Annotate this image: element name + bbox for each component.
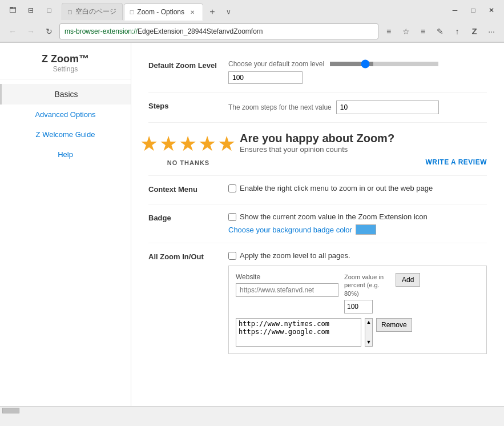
sidebar-item-basics[interactable]: Basics	[0, 84, 131, 105]
sidebar-logo: Z Zoom™ Settings	[0, 43, 131, 79]
badge-checkbox-label: Show the current zoom value in the Zoom …	[240, 212, 428, 221]
toolbar-icons: ≡ ☆ ≡ ✎ ↑ Z ···	[381, 23, 499, 39]
badge-row: Badge Show the current zoom value in the…	[148, 204, 487, 243]
tab-dropdown-button[interactable]: ∨	[220, 4, 236, 20]
website-list: http://www.nytimes.com https://www.googl…	[236, 318, 479, 347]
website-list-textarea[interactable]: http://www.nytimes.com https://www.googl…	[236, 318, 361, 347]
content-inner: Default Zoom Level Choose your default z…	[131, 43, 504, 371]
back-list-button[interactable]: ⊟	[23, 4, 39, 17]
steps-hint: The zoom steps for the next value	[228, 103, 332, 111]
new-tab-button[interactable]: +	[204, 4, 220, 20]
badge-checkbox-row: Show the current zoom value in the Zoom …	[228, 212, 487, 221]
steps-control: The zoom steps for the next value	[228, 101, 487, 114]
blank-page-tab-label: 空白のページ	[75, 7, 116, 17]
address-bar: ← → ↻ ms-browser-extension://EdgeExtensi…	[0, 21, 504, 42]
url-text: EdgeExtension_28944StefanvdZoomforn	[138, 27, 263, 35]
url-scheme: ms-browser-extension://	[64, 27, 138, 35]
steps-row-inner: The zoom steps for the next value	[228, 101, 487, 114]
main-area: Z Zoom™ Settings Basics Advanced Options…	[0, 43, 504, 406]
scroll-up-arrow[interactable]: ▲	[366, 320, 372, 325]
context-menu-label: Context Menu	[148, 184, 228, 196]
scroll-down-arrow[interactable]: ▼	[366, 340, 372, 345]
context-menu-checkbox-row: Enable the right click menu to zoom in o…	[228, 184, 487, 192]
badge-color-row: Choose your background badge color	[228, 224, 487, 235]
maximize-button[interactable]: □	[465, 4, 481, 17]
zoom-slider[interactable]	[330, 62, 438, 66]
hub-button[interactable]: ≡	[415, 23, 431, 39]
all-zoom-row: All Zoom In/Out Apply the zoom level to …	[148, 243, 487, 362]
context-menu-checkbox-label: Enable the right click menu to zoom in o…	[240, 184, 433, 192]
zoom-tab-label: Zoom - Options	[137, 8, 184, 16]
share-button[interactable]: ↑	[449, 23, 465, 39]
tab-zoom-options[interactable]: □ Zoom - Options ✕	[124, 3, 203, 21]
h-scroll-thumb[interactable]	[2, 408, 19, 413]
zoom-percent-column: Zoom value in percent (e.g. 80%)	[344, 273, 390, 314]
review-title: Are you happy about Zoom?	[240, 132, 487, 145]
add-website-button[interactable]: Add	[396, 273, 420, 287]
logo-text: Z Zoom™	[42, 53, 89, 65]
add-button-container: Add	[396, 273, 420, 287]
review-section: ★★★★★ NO THANKS Are you happy about Zoom…	[148, 123, 487, 176]
context-menu-checkbox[interactable]	[228, 184, 236, 192]
website-table: Website Zoom value in percent (e.g. 80%)…	[228, 266, 487, 354]
zoom-slider-row: Choose your default zoom level	[228, 60, 487, 68]
minimize-button[interactable]: ─	[447, 4, 463, 17]
website-column: Website	[236, 273, 338, 297]
apply-all-label: Apply the zoom level to all pages.	[240, 251, 350, 260]
reader-view-button[interactable]: ≡	[381, 23, 397, 39]
window-controls-right[interactable]: ─ □ ✕	[447, 4, 499, 17]
back-button[interactable]: ←	[5, 23, 21, 39]
steps-row: Steps The zoom steps for the next value	[148, 93, 487, 123]
badge-checkbox[interactable]	[228, 213, 236, 221]
default-zoom-row: Default Zoom Level Choose your default z…	[148, 52, 487, 93]
review-right: Are you happy about Zoom? Ensures that y…	[240, 132, 487, 166]
steps-label: Steps	[148, 101, 228, 114]
close-button[interactable]: ✕	[483, 4, 499, 17]
website-col-label: Website	[236, 273, 338, 281]
sidebar-nav: Basics Advanced Options Z Welcome Guide …	[0, 79, 131, 164]
content-area: Default Zoom Level Choose your default z…	[131, 43, 504, 406]
website-table-header: Website Zoom value in percent (e.g. 80%)…	[236, 273, 479, 314]
default-zoom-label: Default Zoom Level	[148, 60, 228, 84]
more-button[interactable]: ···	[483, 23, 499, 39]
write-review-button[interactable]: WRITE A REVIEW	[240, 158, 487, 166]
tab-bar: □ 空白のページ □ Zoom - Options ✕ + ∨	[57, 1, 447, 20]
favorites-button[interactable]: ☆	[398, 23, 414, 39]
badge-color-label: Choose your background badge color	[228, 226, 352, 234]
apply-all-checkbox-row: Apply the zoom level to all pages.	[228, 251, 487, 260]
steps-input[interactable]	[336, 101, 439, 114]
apply-all-checkbox[interactable]	[228, 252, 236, 260]
logo-sub: Settings	[53, 65, 78, 73]
tab-icon[interactable]: □	[41, 4, 57, 17]
remove-website-button[interactable]: Remove	[376, 318, 412, 332]
badge-color-picker[interactable]	[356, 224, 376, 235]
list-scrollbar[interactable]: ▲ ▼	[365, 318, 373, 347]
zoom-hint: Choose your default zoom level	[228, 60, 324, 68]
no-thanks-button[interactable]: NO THANKS	[167, 159, 209, 166]
sidebar-item-welcome[interactable]: Z Welcome Guide	[0, 124, 131, 144]
zoom-extension-button[interactable]: Z	[466, 23, 482, 39]
zoom-value-input[interactable]	[228, 71, 303, 84]
badge-label: Badge	[148, 212, 228, 235]
bottom-scrollbar[interactable]	[0, 406, 504, 414]
stars-side: ★★★★★ NO THANKS	[148, 132, 240, 166]
all-zoom-label: All Zoom In/Out	[148, 251, 228, 354]
title-bar: 🗔 ⊟ □ □ 空白のページ □ Zoom - Options ✕ + ∨ ─ …	[0, 0, 504, 21]
pin-button[interactable]: 🗔	[5, 4, 21, 17]
forward-button[interactable]: →	[23, 23, 39, 39]
tab-blank-page[interactable]: □ 空白のページ	[62, 3, 123, 20]
window-controls-left[interactable]: 🗔 ⊟ □	[5, 4, 57, 17]
website-input[interactable]	[236, 283, 338, 297]
zoom-percent-input[interactable]	[344, 300, 373, 314]
tab-close-button[interactable]: ✕	[188, 7, 197, 17]
badge-control: Show the current zoom value in the Zoom …	[228, 212, 487, 235]
note-button[interactable]: ✎	[432, 23, 448, 39]
sidebar-item-advanced[interactable]: Advanced Options	[0, 105, 131, 124]
review-subtitle: Ensures that your opinion counts	[240, 145, 487, 154]
context-menu-control: Enable the right click menu to zoom in o…	[228, 184, 487, 196]
context-menu-row: Context Menu Enable the right click menu…	[148, 176, 487, 204]
refresh-button[interactable]: ↻	[41, 23, 57, 39]
sidebar-item-help[interactable]: Help	[0, 144, 131, 164]
default-zoom-control: Choose your default zoom level	[228, 60, 487, 84]
url-input[interactable]: ms-browser-extension://EdgeExtension_289…	[59, 23, 378, 39]
